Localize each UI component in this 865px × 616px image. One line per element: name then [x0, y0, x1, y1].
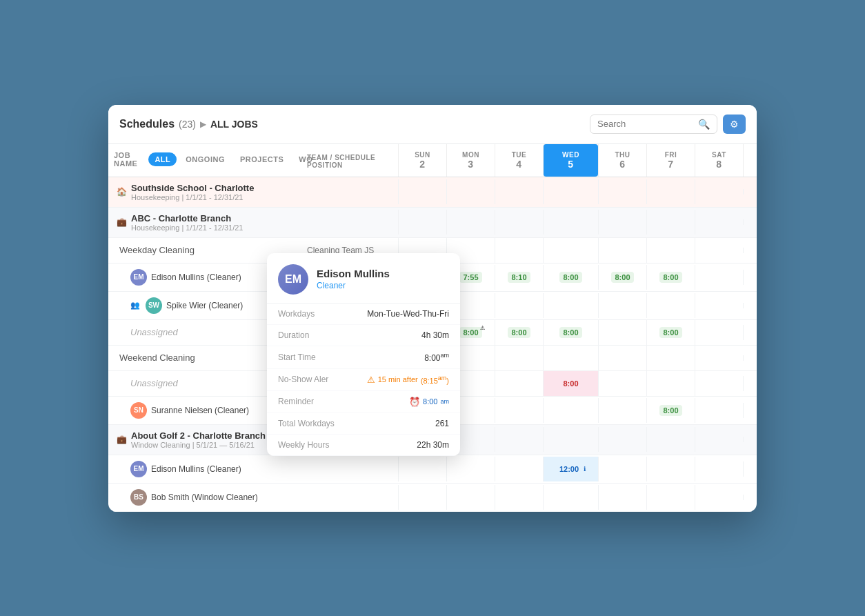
- person-detail-popup: EM Edison Mullins Cleaner Workdays Mon-T…: [267, 253, 460, 456]
- day-cell: [543, 346, 598, 370]
- day-cell: [598, 398, 646, 423]
- search-input[interactable]: [597, 119, 694, 129]
- avatar: BS: [130, 489, 147, 506]
- search-box: 🔍: [590, 115, 717, 134]
- time-badge: 8:00: [659, 272, 682, 283]
- day-cell: [398, 485, 446, 510]
- day-cell: [398, 210, 446, 235]
- time-badge: 8:00: [611, 272, 633, 283]
- total-cell: [743, 189, 757, 195]
- person-name-cell: EM Edison Mullins (Cleaner): [108, 455, 301, 483]
- popup-row-total-workdays: Total Workdays 261: [267, 413, 460, 435]
- day-cell: [543, 238, 598, 263]
- col-total: TOTAL: [743, 144, 757, 177]
- col-thu: THU 6: [598, 144, 646, 177]
- time-badge: 12:00: [556, 464, 582, 475]
- day-cell: [598, 427, 646, 452]
- team-cell: [301, 218, 398, 226]
- popup-row-reminder: Reminder ⏰ 8:00am: [267, 391, 460, 413]
- day-cell-fri: [646, 179, 695, 204]
- time-badge: 8:00: [559, 327, 581, 338]
- day-cell: [598, 293, 646, 318]
- day-cell-sat: [695, 179, 743, 204]
- group-icon: 👥: [130, 301, 140, 310]
- popup-duration-value: 4h 30m: [421, 330, 449, 340]
- time-badge: 8:00: [559, 378, 581, 389]
- day-cell: 8:00: [646, 265, 695, 290]
- day-cell: [695, 293, 743, 318]
- header-left: Schedules (23) ▶ ALL JOBS: [119, 118, 258, 130]
- day-cell-sun: [398, 179, 446, 204]
- tab-all[interactable]: ALL: [148, 152, 177, 166]
- popup-weekly-hours-value: 22h 30m: [417, 440, 449, 450]
- day-cell: 8:00: [543, 265, 598, 290]
- role-cell: [301, 465, 398, 473]
- team-cell: [301, 188, 398, 196]
- col-team-schedule: TEAM / SCHEDULE POSITION: [301, 144, 398, 177]
- table-row: EM Edison Mullins (Cleaner) 12:00 ℹ 12:0…: [108, 455, 757, 484]
- person-name: Spike Wier (Cleaner): [166, 301, 243, 310]
- popup-overlay: EM Edison Mullins Cleaner Workdays Mon-T…: [267, 253, 460, 456]
- job-name-header: JOB NAME: [114, 151, 137, 168]
- total-cell: [743, 355, 757, 361]
- person-name: Edison Mullins (Cleaner): [151, 272, 241, 282]
- col-wed: WED 5: [543, 144, 598, 177]
- popup-duration-label: Duration: [278, 330, 309, 340]
- job-title: ABC - Charlotte Branch: [131, 213, 243, 223]
- popup-start-time-value: 8:00am: [424, 352, 449, 363]
- popup-avatar: EM: [278, 264, 308, 295]
- unassigned-label: Unassigned: [130, 327, 178, 337]
- day-cell: 8:00: [495, 320, 543, 345]
- popup-header: EM Edison Mullins Cleaner: [267, 253, 460, 304]
- filter-button[interactable]: ⚙: [723, 115, 746, 134]
- day-cell: 8:10: [495, 265, 543, 290]
- job-title: About Golf 2 - Charlotte Branch: [131, 430, 266, 441]
- popup-row-workdays: Workdays Mon-Tue-Wed-Thu-Fri: [267, 304, 460, 325]
- day-cell-wed: [543, 179, 598, 204]
- day-cell: [446, 210, 495, 235]
- day-cell: [495, 346, 543, 370]
- time-badge: 8:00: [459, 327, 481, 338]
- day-cell: [695, 427, 743, 452]
- total-cell: 12:00: [743, 461, 757, 477]
- popup-row-weekly-hours: Weekly Hours 22h 30m: [267, 435, 460, 456]
- day-cell: 8:00: [646, 398, 695, 423]
- job-subtitle: Housekeeping | 1/1/21 - 12/31/21: [131, 223, 243, 232]
- day-cell: [695, 485, 743, 510]
- role-cell: [301, 493, 398, 501]
- schedules-count: (23): [179, 119, 196, 130]
- day-cell: [646, 238, 695, 263]
- time-badge: 7:55: [459, 272, 481, 283]
- info-icon: ℹ: [584, 466, 586, 473]
- day-cell-mon: [446, 179, 495, 204]
- table-row: 💼 ABC - Charlotte Branch Housekeeping | …: [108, 208, 757, 238]
- day-cell: [495, 210, 543, 235]
- column-headers: JOB NAME ALL ONGOING PROJECTS WO TEAM / …: [108, 144, 757, 177]
- person-name: Bob Smith (Window Cleaner): [151, 493, 258, 502]
- popup-noshow-label: No-Show Aler: [278, 375, 328, 384]
- avatar: SN: [130, 402, 147, 419]
- tab-projects[interactable]: PROJECTS: [234, 152, 290, 166]
- tab-ongoing[interactable]: ONGOING: [179, 152, 231, 166]
- day-cell: [543, 427, 598, 452]
- day-cell: [646, 427, 695, 452]
- day-cell: [598, 457, 646, 481]
- day-cell: [598, 210, 646, 235]
- table-row: BS Bob Smith (Window Cleaner): [108, 484, 757, 512]
- job-name-cell: 🏠 Southside School - Charlotte Housekeep…: [108, 177, 301, 207]
- popup-name: Edison Mullins: [317, 268, 390, 279]
- total-cell: [743, 495, 757, 500]
- popup-row-noshow: No-Show Aler ⚠ 15 min after (8:15am): [267, 369, 460, 391]
- header-arrow-icon: ▶: [200, 119, 206, 129]
- day-cell: [598, 320, 646, 345]
- popup-total-workdays-label: Total Workdays: [278, 419, 335, 428]
- time-badge: 8:00: [659, 405, 682, 416]
- popup-noshow-value: ⚠ 15 min after (8:15am): [367, 375, 449, 385]
- section-label: Weekend Cleaning: [119, 352, 195, 363]
- time-badge: 8:00: [508, 327, 530, 338]
- col-sun: SUN 2: [398, 144, 446, 177]
- search-icon[interactable]: 🔍: [698, 119, 710, 130]
- section-label: Weekday Cleaning: [119, 245, 195, 255]
- day-cell: [398, 457, 446, 481]
- popup-row-start-time: Start Time 8:00am: [267, 346, 460, 369]
